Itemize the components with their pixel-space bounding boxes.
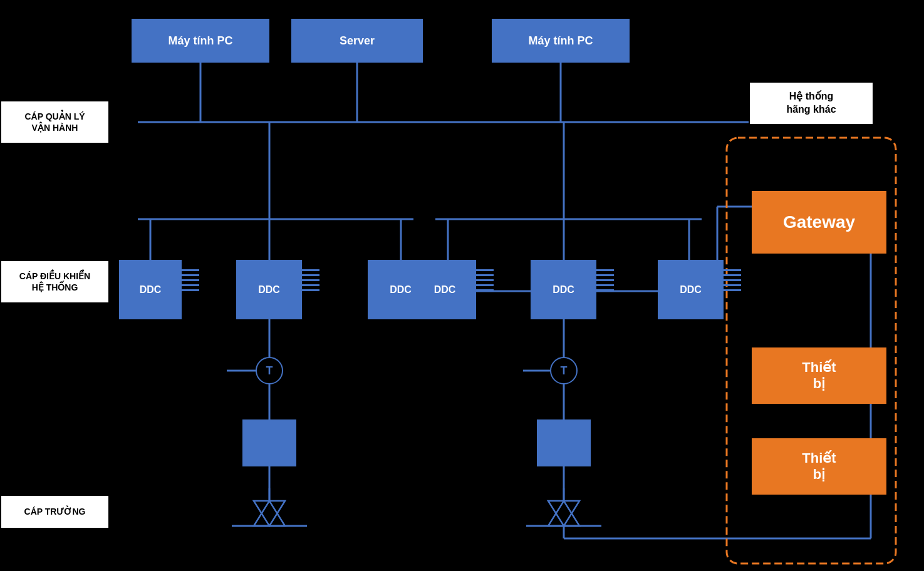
server: Server [291,19,423,63]
actuator-right [537,419,591,466]
ddc-right-2-connectors [596,269,614,291]
thiet-bi-1: Thiết bị [752,347,886,404]
ddc-left-1-connectors [182,269,199,291]
ddc-right-3: DDC [658,260,724,319]
ddc-left-2: DDC [236,260,302,319]
actuator-left [242,419,296,466]
ddc-right-3-connectors [724,269,741,291]
diagram-container: CÁP QUẢN LÝ VẬN HÀNH CÁP ĐIỀU KHIỂN HỆ T… [0,0,924,571]
cap-quan-ly-label: CÁP QUẢN LÝ VẬN HÀNH [0,100,110,144]
svg-marker-34 [548,501,579,526]
svg-marker-35 [548,501,579,526]
svg-marker-32 [254,501,285,526]
may-tinh-pc-1: Máy tính PC [132,19,269,63]
he-thong-hang-khac: Hệ thống hãng khác [749,81,874,125]
cap-dieu-khien-label: CÁP ĐIỀU KHIỂN HỆ THỐNG [0,260,110,304]
ddc-right-1: DDC [413,260,476,319]
t-circle-left: T [256,357,283,384]
ddc-left-2-connectors [302,269,319,291]
ddc-right-1-connectors [476,269,494,291]
ddc-left-1: DDC [119,260,182,319]
thiet-bi-2: Thiết bị [752,438,886,495]
cap-truong-label: CÁP TRƯỜNG [0,495,110,529]
may-tinh-pc-2: Máy tính PC [492,19,630,63]
svg-marker-31 [254,501,285,526]
t-circle-right: T [550,357,578,384]
gateway-box: Gateway [752,191,886,254]
ddc-right-2: DDC [531,260,596,319]
